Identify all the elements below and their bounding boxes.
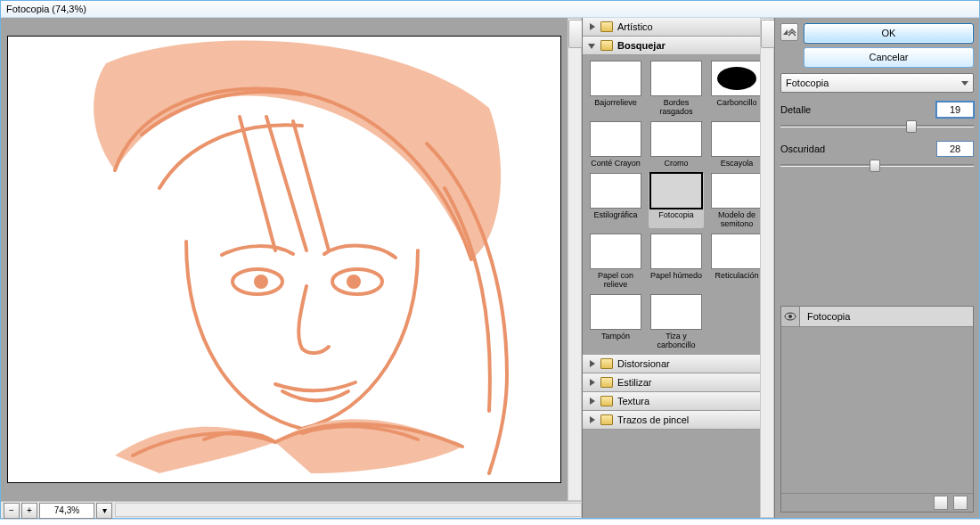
thumb-label: Papel con relieve — [588, 271, 643, 289]
thumb-label: Modelo de semitono — [709, 210, 760, 228]
thumb-preview — [650, 121, 702, 157]
filter-select[interactable]: Fotocopia — [780, 73, 974, 93]
folder-icon — [600, 358, 613, 369]
expand-icon — [588, 416, 596, 424]
filter-gallery-dialog: Fotocopia (74,3%) — [0, 0, 980, 519]
slider-detalle: Detalle 19 — [780, 102, 974, 132]
thumb-preview — [711, 234, 760, 269]
category-bosquejar[interactable]: Bosquejar — [583, 37, 760, 55]
filter-thumb-cromo[interactable]: Cromo — [649, 121, 704, 168]
filter-select-value: Fotocopia — [786, 78, 829, 88]
category-textura[interactable]: Textura — [583, 392, 760, 411]
filter-thumb-escayola[interactable]: Escayola — [709, 121, 760, 168]
slider-label: Detalle — [780, 104, 811, 115]
titlebar[interactable]: Fotocopia (74,3%) — [1, 1, 979, 18]
vertical-scrollbar[interactable] — [568, 18, 582, 501]
expand-icon — [588, 23, 596, 31]
eye-icon — [784, 312, 796, 321]
thumb-label: Bajorrelieve — [594, 98, 637, 107]
plus-icon: + — [27, 506, 32, 515]
category-estilizar[interactable]: Estilizar — [583, 373, 760, 392]
category-label: Textura — [617, 396, 649, 406]
collapse-icon — [588, 42, 596, 50]
thumb-label: Reticulación — [715, 271, 758, 280]
effect-layers-panel: Fotocopia — [780, 306, 974, 513]
cancel-button[interactable]: Cancelar — [804, 47, 974, 68]
vertical-scrollbar[interactable] — [760, 18, 774, 518]
filter-thumb-reticulación[interactable]: Reticulación — [709, 234, 760, 289]
new-effect-layer-button[interactable] — [934, 496, 948, 510]
thumb-preview — [650, 173, 702, 209]
thumb-preview — [590, 61, 641, 96]
filter-thumb-modelo-de-semitono[interactable]: Modelo de semitono — [709, 173, 760, 228]
zoom-in-button[interactable]: + — [21, 503, 37, 519]
effect-layer[interactable]: Fotocopia — [781, 307, 973, 327]
thumb-preview — [711, 61, 760, 96]
chevron-down-icon: ▾ — [102, 506, 107, 515]
double-chevron-up-icon — [788, 28, 796, 37]
collapse-panel-button[interactable] — [780, 23, 798, 41]
minus-icon: − — [9, 506, 14, 515]
filter-thumb-fotocopia[interactable]: Fotocopia — [649, 173, 704, 228]
expand-icon — [588, 398, 596, 406]
category-distorsionar[interactable]: Distorsionar — [583, 355, 760, 373]
filter-thumb-estilográfica[interactable]: Estilográfica — [588, 173, 643, 228]
filter-thumb-bordes-rasgados[interactable]: Bordes rasgados — [649, 61, 704, 116]
thumb-label: Estilográfica — [593, 210, 637, 219]
horizontal-scrollbar[interactable] — [115, 503, 582, 517]
category-label: Bosquejar — [617, 40, 666, 51]
category-trazos[interactable]: Trazos de pincel — [583, 411, 760, 430]
zoom-out-button[interactable]: − — [4, 503, 20, 519]
thumb-label: Tiza y carboncillo — [649, 332, 704, 349]
folder-icon — [600, 40, 613, 51]
thumb-preview — [711, 173, 760, 209]
filter-categories-panel: Artístico Bosquejar BajorrelieveBordes r… — [583, 18, 775, 518]
thumb-preview — [650, 234, 702, 269]
thumb-preview — [650, 61, 702, 96]
thumb-label: Bordes rasgados — [649, 98, 704, 116]
filter-thumb-bajorrelieve[interactable]: Bajorrelieve — [588, 61, 643, 116]
filter-thumb-carboncillo[interactable]: Carboncillo — [709, 61, 760, 116]
filter-thumb-conté-crayon[interactable]: Conté Crayon — [588, 121, 643, 168]
preview-panel: − + 74,3% ▾ — [1, 18, 583, 518]
oscuridad-input[interactable]: 28 — [936, 141, 974, 157]
svg-point-2 — [254, 275, 268, 289]
filter-settings-panel: OK Cancelar Fotocopia Detalle 19 Oscurid… — [775, 18, 979, 518]
thumb-label: Conté Crayon — [591, 159, 641, 168]
filter-thumb-papel-con-relieve[interactable]: Papel con relieve — [588, 234, 643, 289]
folder-icon — [600, 377, 613, 388]
preview-viewport[interactable] — [1, 18, 568, 501]
oscuridad-slider[interactable] — [780, 159, 974, 171]
svg-point-6 — [788, 315, 792, 318]
detalle-slider[interactable] — [780, 119, 974, 132]
category-label: Trazos de pincel — [617, 414, 689, 425]
category-label: Estilizar — [617, 377, 652, 388]
delete-effect-layer-button[interactable] — [953, 496, 968, 510]
expand-icon — [588, 379, 596, 387]
detalle-input[interactable]: 19 — [936, 102, 974, 118]
chevron-down-icon — [961, 81, 968, 86]
ok-button[interactable]: OK — [804, 23, 974, 44]
svg-point-4 — [347, 275, 361, 289]
preview-image — [8, 37, 560, 482]
thumb-preview — [590, 173, 641, 209]
thumb-label: Fotocopia — [658, 210, 694, 219]
preview-canvas — [7, 36, 561, 483]
folder-icon — [600, 396, 613, 406]
zoom-field[interactable]: 74,3% — [39, 503, 94, 519]
thumb-preview — [650, 294, 702, 330]
thumb-label: Papel húmedo — [650, 271, 702, 280]
folder-icon — [600, 21, 613, 32]
category-artistico[interactable]: Artístico — [583, 18, 760, 37]
folder-icon — [600, 414, 613, 425]
visibility-toggle[interactable] — [781, 307, 800, 326]
filter-thumb-tampón[interactable]: Tampón — [588, 294, 643, 349]
category-label: Distorsionar — [617, 358, 670, 369]
thumb-preview — [590, 294, 641, 330]
zoom-dropdown-button[interactable]: ▾ — [96, 503, 112, 519]
thumb-label: Escayola — [721, 159, 754, 168]
filter-thumb-tiza-y-carboncillo[interactable]: Tiza y carboncillo — [649, 294, 704, 349]
thumb-label: Tampón — [601, 332, 630, 340]
expand-icon — [588, 360, 596, 368]
filter-thumb-papel-húmedo[interactable]: Papel húmedo — [649, 234, 704, 289]
